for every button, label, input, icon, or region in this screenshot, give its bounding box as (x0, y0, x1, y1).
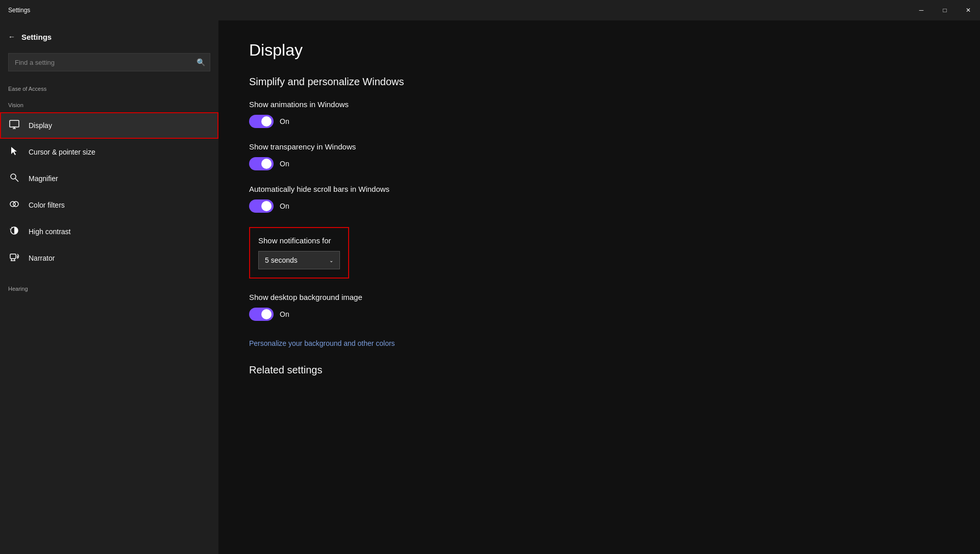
page-title: Display (249, 41, 949, 60)
svg-line-5 (15, 179, 18, 182)
sidebar-item-display-label: Display (29, 121, 52, 130)
transparency-toggle-thumb (261, 159, 272, 169)
sidebar-item-display[interactable]: Display (0, 112, 218, 139)
scrollbars-toggle[interactable] (249, 199, 274, 213)
svg-rect-11 (10, 254, 16, 259)
transparency-setting: Show transparency in Windows On (249, 142, 949, 170)
sidebar-item-high-contrast-label: High contrast (29, 228, 70, 236)
close-button[interactable]: ✕ (957, 0, 980, 20)
sidebar-app-title: Settings (21, 33, 52, 41)
search-icon: 🔍 (197, 58, 205, 66)
desktop-bg-toggle-track (249, 308, 274, 321)
title-bar-title: Settings (8, 7, 30, 14)
animations-label: Show animations in Windows (249, 100, 949, 109)
animations-toggle-thumb (261, 116, 272, 127)
display-icon (8, 119, 20, 132)
svg-point-7 (13, 202, 18, 207)
sidebar-item-high-contrast[interactable]: High contrast (0, 218, 218, 245)
transparency-toggle-text: On (280, 160, 289, 168)
desktop-bg-toggle-thumb (261, 309, 272, 319)
animations-toggle-text: On (280, 117, 289, 125)
high-contrast-icon (8, 225, 20, 238)
scrollbars-toggle-thumb (261, 201, 272, 211)
back-icon: ← (8, 33, 15, 41)
title-bar: Settings ─ □ ✕ (0, 0, 980, 20)
hearing-section-label: Hearing (0, 280, 218, 296)
app-container: ← Settings 🔍 Ease of Access Vision Displ… (0, 20, 980, 554)
sidebar-item-magnifier[interactable]: Magnifier (0, 165, 218, 192)
notifications-label: Show notifications for (258, 236, 340, 245)
desktop-bg-toggle[interactable] (249, 308, 274, 321)
scrollbars-label: Automatically hide scroll bars in Window… (249, 185, 949, 193)
animations-toggle[interactable] (249, 115, 274, 128)
magnifier-icon (8, 172, 20, 185)
chevron-down-icon: ⌄ (329, 258, 333, 263)
title-bar-controls: ─ □ ✕ (910, 0, 980, 20)
search-input[interactable] (8, 53, 210, 71)
maximize-button[interactable]: □ (933, 0, 957, 20)
sidebar-item-magnifier-label: Magnifier (29, 174, 58, 183)
title-bar-left: Settings (0, 7, 30, 14)
ease-of-access-label: Ease of Access (0, 80, 218, 96)
vision-section-label: Vision (0, 96, 218, 112)
back-button[interactable]: ← Settings (0, 24, 218, 49)
sidebar-item-color-filters-label: Color filters (29, 201, 65, 209)
sidebar-item-cursor[interactable]: Cursor & pointer size (0, 139, 218, 165)
transparency-toggle[interactable] (249, 157, 274, 170)
sidebar-search-container: 🔍 (8, 53, 210, 71)
svg-point-4 (11, 174, 16, 179)
cursor-icon (8, 146, 20, 159)
transparency-toggle-row: On (249, 157, 949, 170)
animations-setting: Show animations in Windows On (249, 100, 949, 128)
animations-toggle-row: On (249, 115, 949, 128)
notifications-dropdown[interactable]: 5 seconds ⌄ (258, 251, 340, 269)
main-content: Display Simplify and personalize Windows… (218, 20, 980, 554)
sidebar-item-narrator-label: Narrator (29, 254, 55, 262)
notifications-container: Show notifications for 5 seconds ⌄ (249, 227, 949, 279)
color-filters-icon (8, 199, 20, 212)
desktop-bg-label: Show desktop background image (249, 293, 949, 301)
personalize-link[interactable]: Personalize your background and other co… (249, 339, 395, 347)
scrollbars-toggle-text: On (280, 202, 289, 210)
transparency-toggle-track (249, 157, 274, 170)
related-settings-title: Related settings (249, 364, 949, 376)
sidebar-item-color-filters[interactable]: Color filters (0, 192, 218, 218)
section-title: Simplify and personalize Windows (249, 76, 949, 88)
minimize-button[interactable]: ─ (910, 0, 933, 20)
svg-rect-0 (10, 120, 19, 127)
scrollbars-toggle-row: On (249, 199, 949, 213)
sidebar-item-cursor-label: Cursor & pointer size (29, 148, 95, 156)
desktop-bg-toggle-text: On (280, 310, 289, 318)
sidebar-item-narrator[interactable]: Narrator (0, 245, 218, 271)
animations-toggle-track (249, 115, 274, 128)
scrollbars-toggle-track (249, 199, 274, 213)
narrator-icon (8, 252, 20, 265)
notifications-dropdown-value: 5 seconds (265, 256, 298, 264)
transparency-label: Show transparency in Windows (249, 142, 949, 151)
sidebar: ← Settings 🔍 Ease of Access Vision Displ… (0, 20, 218, 554)
desktop-bg-setting: Show desktop background image On (249, 293, 949, 321)
notifications-highlight-box: Show notifications for 5 seconds ⌄ (249, 227, 349, 279)
scrollbars-setting: Automatically hide scroll bars in Window… (249, 185, 949, 213)
desktop-bg-toggle-row: On (249, 308, 949, 321)
